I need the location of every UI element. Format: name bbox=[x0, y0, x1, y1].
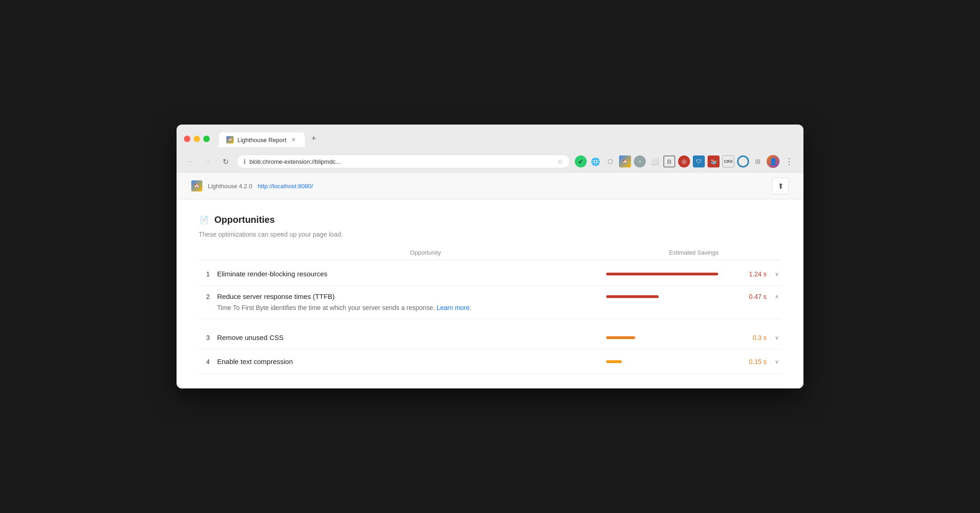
address-field[interactable]: ℹ blob:chrome-extension://blipmdc... ☆ bbox=[236, 155, 570, 168]
expand-toggle[interactable]: ∨ bbox=[772, 271, 781, 277]
savings-cell: 0.3 s ∨ bbox=[606, 334, 781, 341]
expand-toggle[interactable]: ∨ bbox=[772, 334, 781, 341]
share-button[interactable]: ⬆ bbox=[772, 178, 789, 194]
opportunity-col-header: Opportunity bbox=[217, 249, 606, 256]
opportunity-name: Remove unused CSS bbox=[217, 334, 606, 341]
savings-value: 0.15 s bbox=[744, 358, 767, 365]
book-icon[interactable]: 📚 bbox=[708, 155, 720, 167]
savings-bar bbox=[606, 336, 635, 339]
share-icon: ⬆ bbox=[778, 182, 784, 191]
active-tab[interactable]: 🏠 Lighthouse Report ✕ bbox=[219, 132, 305, 147]
new-tab-button[interactable]: + bbox=[307, 130, 320, 147]
savings-col-header: Estimated Savings bbox=[606, 249, 781, 256]
table-row: 3 Remove unused CSS 0.3 s ∨ bbox=[199, 326, 781, 350]
table-row: 2 Reduce server response times (TTFB) 0.… bbox=[199, 286, 781, 326]
section-icon: 📄 bbox=[199, 214, 210, 225]
maximize-traffic-light[interactable] bbox=[203, 136, 210, 142]
row-number: 2 bbox=[199, 293, 217, 300]
opportunity-name: Enable text compression bbox=[217, 358, 606, 365]
savings-cell: 0.47 s ∧ bbox=[606, 293, 781, 300]
blue-ring-icon[interactable] bbox=[737, 155, 749, 167]
row-number: 3 bbox=[199, 334, 217, 341]
lh-logo-icon: 🏠 bbox=[191, 180, 202, 191]
learn-more-link[interactable]: Learn more bbox=[437, 304, 470, 311]
opportunity-name: Reduce server response times (TTFB) bbox=[217, 292, 606, 300]
address-text: blob:chrome-extension://blipmdc... bbox=[249, 158, 554, 165]
extensions-icon[interactable]: ⬡ bbox=[604, 155, 616, 167]
savings-cell: 1.24 s ∨ bbox=[606, 270, 781, 278]
toolbar-icons: ✓ 🌐 ⬡ 🏠 ○ ⬜ B ◎ 🛡 📚 CRX ⊞ 👤 ⋮ bbox=[575, 155, 796, 168]
traffic-lights bbox=[184, 136, 210, 142]
tab-title: Lighthouse Report bbox=[237, 137, 286, 143]
savings-value: 0.47 s bbox=[744, 293, 767, 300]
tab-favicon: 🏠 bbox=[226, 136, 234, 143]
expanded-detail: Time To First Byte identifies the time a… bbox=[199, 300, 781, 319]
collapse-toggle[interactable]: ∧ bbox=[772, 293, 781, 300]
expand-toggle[interactable]: ∨ bbox=[772, 358, 781, 365]
lh-url-link[interactable]: http://localhost:8080/ bbox=[258, 183, 313, 190]
savings-bar bbox=[606, 273, 718, 275]
address-bar-row: ← → ↻ ℹ blob:chrome-extension://blipmdc.… bbox=[177, 151, 803, 173]
opportunities-table: Opportunity Estimated Savings 1 Eliminat… bbox=[199, 249, 781, 374]
savings-bar-container bbox=[606, 273, 738, 275]
savings-bar-container bbox=[606, 295, 738, 298]
profile-avatar[interactable]: 👤 bbox=[767, 155, 779, 168]
grid-icon[interactable]: ⊞ bbox=[752, 155, 764, 167]
savings-cell: 0.15 s ∨ bbox=[606, 358, 781, 365]
lh-version: Lighthouse 4.2.0 bbox=[208, 183, 252, 190]
row-number: 1 bbox=[199, 270, 217, 278]
main-content: 📄 Opportunities These optimizations can … bbox=[177, 199, 803, 388]
red-target-icon[interactable]: ◎ bbox=[678, 155, 690, 167]
reload-button[interactable]: ↻ bbox=[219, 155, 232, 168]
lh-header-left: 🏠 Lighthouse 4.2.0 http://localhost:8080… bbox=[191, 180, 313, 191]
row-number: 4 bbox=[199, 358, 217, 365]
table-row: 4 Enable text compression 0.15 s ∨ bbox=[199, 350, 781, 374]
savings-bar bbox=[606, 360, 622, 363]
savings-value: 0.3 s bbox=[744, 334, 767, 341]
section-header: 📄 Opportunities bbox=[199, 214, 781, 225]
close-traffic-light[interactable] bbox=[184, 136, 190, 142]
info-icon: ℹ bbox=[243, 158, 246, 165]
minimize-traffic-light[interactable] bbox=[194, 136, 200, 142]
more-menu-button[interactable]: ⋮ bbox=[782, 155, 796, 167]
lighthouse-extension-icon[interactable]: 🏠 bbox=[619, 155, 631, 167]
savings-bar-container bbox=[606, 336, 738, 339]
savings-bar-container bbox=[606, 360, 738, 363]
table-header-row: Opportunity Estimated Savings bbox=[199, 249, 781, 260]
savings-bar bbox=[606, 295, 659, 298]
savings-value: 1.24 s bbox=[744, 270, 767, 278]
title-bar: 🏠 Lighthouse Report ✕ + bbox=[177, 125, 803, 151]
tab-close-button[interactable]: ✕ bbox=[290, 136, 297, 143]
globe-icon[interactable]: 🌐 bbox=[590, 155, 602, 167]
b-icon[interactable]: B bbox=[663, 155, 675, 167]
lighthouse-header: 🏠 Lighthouse 4.2.0 http://localhost:8080… bbox=[177, 173, 803, 199]
shield-icon[interactable]: 🛡 bbox=[693, 155, 705, 167]
crx-icon[interactable]: CRX bbox=[722, 155, 734, 167]
section-description: These optimizations can speed up your pa… bbox=[199, 231, 781, 238]
table-row: 1 Eliminate render-blocking resources 1.… bbox=[199, 262, 781, 286]
section-title: Opportunities bbox=[214, 215, 275, 225]
back-button[interactable]: ← bbox=[184, 155, 197, 168]
browser-window: 🏠 Lighthouse Report ✕ + ← → ↻ ℹ blob:chr… bbox=[177, 125, 803, 388]
green-check-icon[interactable]: ✓ bbox=[575, 155, 587, 167]
monitor-icon[interactable]: ⬜ bbox=[649, 155, 661, 167]
forward-button[interactable]: → bbox=[201, 155, 214, 168]
opportunity-name: Eliminate render-blocking resources bbox=[217, 270, 606, 278]
circle-icon[interactable]: ○ bbox=[634, 155, 646, 167]
tab-bar: 🏠 Lighthouse Report ✕ + bbox=[219, 130, 320, 147]
bookmark-icon[interactable]: ☆ bbox=[557, 158, 563, 165]
